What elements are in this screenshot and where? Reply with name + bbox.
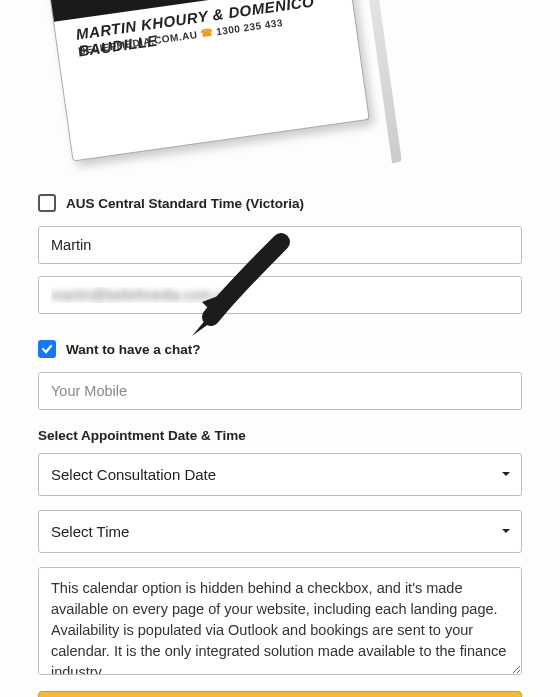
time-select[interactable]: Select Time — [38, 510, 522, 553]
consultation-date-select[interactable]: Select Consultation Date — [38, 453, 522, 496]
notes-textarea[interactable]: This calendar option is hidden behind a … — [38, 567, 522, 675]
mobile-input[interactable] — [38, 372, 522, 410]
timezone-label: AUS Central Standard Time (Victoria) — [66, 196, 304, 211]
chat-checkbox[interactable] — [38, 340, 56, 358]
submit-button[interactable]: Send Me the Finance Guide — [38, 691, 522, 697]
name-input[interactable] — [38, 226, 522, 264]
email-input[interactable] — [38, 276, 522, 314]
timezone-checkbox-row[interactable]: AUS Central Standard Time (Victoria) — [38, 194, 522, 212]
book-cover: ...eration Explained MARTIN KHOURY & DOM… — [0, 0, 560, 180]
appointment-section-label: Select Appointment Date & Time — [38, 428, 522, 443]
chat-checkbox-row[interactable]: Want to have a chat? — [38, 340, 522, 358]
chat-label: Want to have a chat? — [66, 342, 201, 357]
timezone-checkbox[interactable] — [38, 194, 56, 212]
